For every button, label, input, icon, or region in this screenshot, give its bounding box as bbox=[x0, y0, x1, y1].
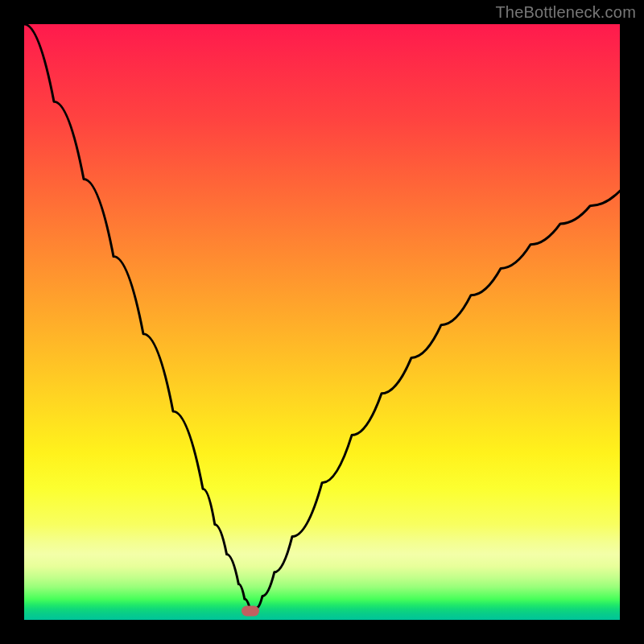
minimum-marker bbox=[242, 605, 259, 616]
plot-area bbox=[24, 24, 620, 620]
watermark-text: TheBottleneck.com bbox=[495, 3, 636, 22]
bottleneck-curve bbox=[24, 24, 620, 620]
chart-container: TheBottleneck.com bbox=[0, 0, 644, 644]
